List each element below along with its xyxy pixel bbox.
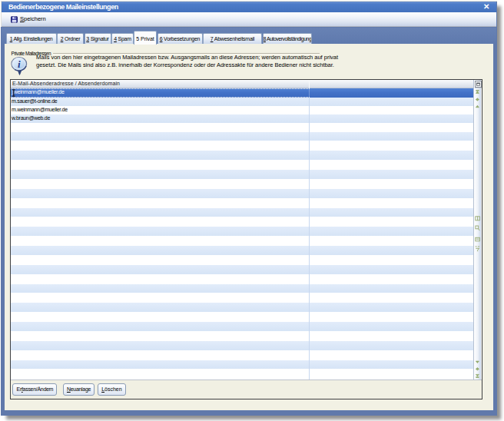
svg-text:i: i (18, 58, 21, 70)
